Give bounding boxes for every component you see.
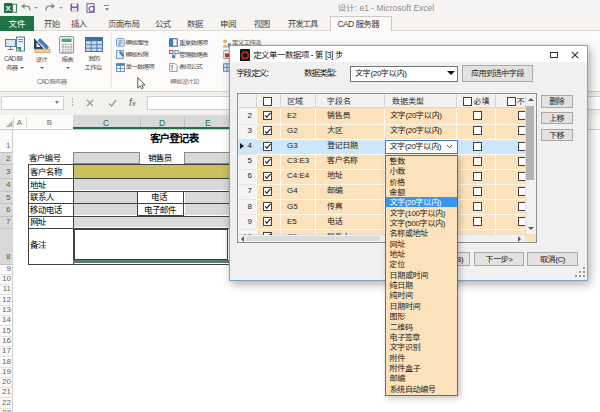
- svg-text:X: X: [5, 4, 11, 13]
- svg-text:!: !: [171, 64, 173, 71]
